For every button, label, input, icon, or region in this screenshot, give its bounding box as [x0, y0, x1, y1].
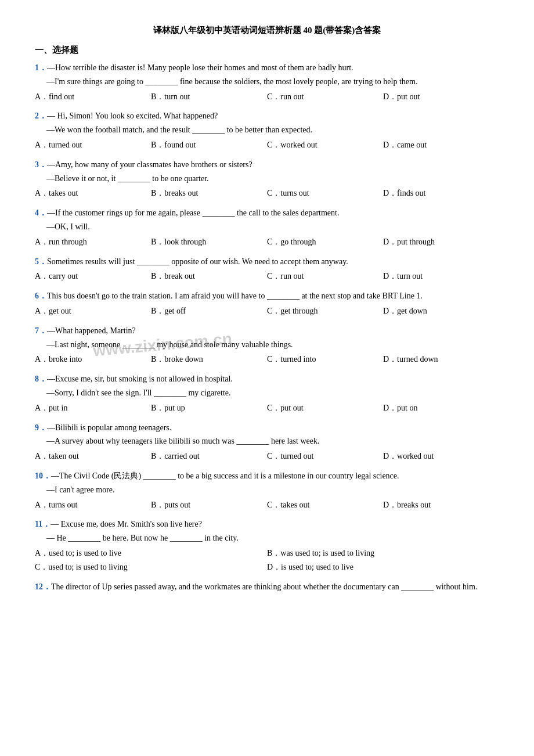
- option[interactable]: D．put out: [383, 90, 499, 104]
- option[interactable]: B．broke down: [151, 352, 267, 366]
- option[interactable]: D．turned down: [383, 352, 499, 366]
- question-block: 10．—The Civil Code (民法典) ________ to be …: [35, 469, 499, 512]
- option[interactable]: B．found out: [151, 138, 267, 152]
- question-number: 3．: [35, 160, 47, 169]
- option[interactable]: B．carried out: [151, 449, 267, 463]
- question-text: —Sorry, I didn't see the sign. I'll ____…: [46, 388, 231, 397]
- option[interactable]: A．taken out: [35, 449, 151, 463]
- option[interactable]: B．look through: [151, 235, 267, 249]
- question-number: 1．: [35, 63, 47, 72]
- question-text: —Last night, someone ________ my house a…: [46, 340, 293, 349]
- options-row: A．put inB．put upC．put outD．put on: [35, 401, 499, 415]
- question-number: 8．: [35, 375, 47, 383]
- option[interactable]: C．run out: [267, 269, 383, 283]
- question-number: 9．: [35, 423, 47, 432]
- option[interactable]: B．was used to; is used to living: [267, 546, 499, 560]
- option[interactable]: B．put up: [151, 401, 267, 415]
- option[interactable]: C．turned out: [267, 449, 383, 463]
- option[interactable]: A．turns out: [35, 498, 151, 512]
- question-text: The director of Up series passed away, a…: [51, 582, 477, 591]
- options-row: A．used to; is used to liveB．was used to;…: [35, 546, 499, 574]
- question-block: 2．— Hi, Simon! You look so excited. What…: [35, 109, 499, 152]
- option[interactable]: D．put on: [383, 401, 499, 415]
- question-text: — He ________ be here. But now he ______…: [46, 534, 239, 542]
- question-text: This bus doesn't go to the train station…: [47, 291, 423, 300]
- option[interactable]: C．put out: [267, 401, 383, 415]
- question-block: 12．The director of Up series passed away…: [35, 580, 499, 594]
- option[interactable]: D．turn out: [383, 269, 499, 283]
- options-row: A．run throughB．look throughC．go throughD…: [35, 235, 499, 249]
- question-block: 11．— Excuse me, does Mr. Smith's son liv…: [35, 517, 499, 574]
- option[interactable]: C．takes out: [267, 498, 383, 512]
- question-text: — Excuse me, does Mr. Smith's son live h…: [50, 520, 202, 528]
- option[interactable]: B．break out: [151, 269, 267, 283]
- option[interactable]: D．get down: [383, 304, 499, 318]
- question-line: 8．—Excuse me, sir, but smoking is not al…: [35, 372, 499, 386]
- option[interactable]: B．puts out: [151, 498, 267, 512]
- question-line: —Sorry, I didn't see the sign. I'll ____…: [46, 386, 499, 400]
- question-line: —Last night, someone ________ my house a…: [46, 338, 499, 352]
- option[interactable]: C．turned into: [267, 352, 383, 366]
- option[interactable]: A．takes out: [35, 186, 151, 200]
- options-row: A．find outB．turn outC．run outD．put out: [35, 90, 499, 104]
- question-block: 5．Sometimes results will just ________ o…: [35, 255, 499, 284]
- question-number: 7．: [35, 326, 47, 335]
- option[interactable]: D．came out: [383, 138, 499, 152]
- options-row: A．broke intoB．broke downC．turned intoD．t…: [35, 352, 499, 366]
- question-block: 3．—Amy, how many of your classmates have…: [35, 158, 499, 200]
- options-row: A．get outB．get offC．get throughD．get dow…: [35, 304, 499, 318]
- option[interactable]: A．find out: [35, 90, 151, 104]
- question-number: 2．: [35, 111, 47, 120]
- question-text: —Amy, how many of your classmates have b…: [47, 160, 252, 169]
- question-text: —A survey about why teenagers like bilib…: [46, 437, 319, 445]
- question-number: 6．: [35, 291, 47, 300]
- option[interactable]: A．broke into: [35, 352, 151, 366]
- options-row: A．taken outB．carried outC．turned outD．wo…: [35, 449, 499, 463]
- option[interactable]: B．breaks out: [151, 186, 267, 200]
- option[interactable]: A．carry out: [35, 269, 151, 283]
- option[interactable]: A．get out: [35, 304, 151, 318]
- question-line: 2．— Hi, Simon! You look so excited. What…: [35, 109, 499, 123]
- question-text: —How terrible the disaster is! Many peop…: [47, 63, 353, 72]
- option[interactable]: C．used to; is used to living: [35, 560, 267, 574]
- question-line: 5．Sometimes results will just ________ o…: [35, 255, 499, 269]
- question-line: —OK, I will.: [46, 220, 499, 234]
- question-line: 4．—If the customer rings up for me again…: [35, 206, 499, 220]
- question-line: —We won the football match, and the resu…: [46, 123, 499, 137]
- option[interactable]: A．used to; is used to live: [35, 546, 267, 560]
- option[interactable]: D．is used to; used to live: [267, 560, 499, 574]
- option[interactable]: D．breaks out: [383, 498, 499, 512]
- option[interactable]: C．get through: [267, 304, 383, 318]
- option[interactable]: A．run through: [35, 235, 151, 249]
- question-block: 8．—Excuse me, sir, but smoking is not al…: [35, 372, 499, 415]
- option[interactable]: C．go through: [267, 235, 383, 249]
- option[interactable]: B．turn out: [151, 90, 267, 104]
- option[interactable]: C．turns out: [267, 186, 383, 200]
- question-block: 6．This bus doesn't go to the train stati…: [35, 289, 499, 318]
- question-number: 10．: [35, 471, 51, 480]
- question-text: Sometimes results will just ________ opp…: [47, 257, 348, 266]
- question-line: 10．—The Civil Code (民法典) ________ to be …: [35, 469, 499, 483]
- question-line: — He ________ be here. But now he ______…: [46, 531, 499, 545]
- question-block: 4．—If the customer rings up for me again…: [35, 206, 499, 249]
- option[interactable]: C．worked out: [267, 138, 383, 152]
- question-text: —We won the football match, and the resu…: [46, 125, 312, 134]
- question-text: —Bilibili is popular among teenagers.: [47, 423, 171, 432]
- question-text: —OK, I will.: [46, 222, 90, 231]
- question-line: 12．The director of Up series passed away…: [35, 580, 499, 594]
- question-text: —Believe it or not, it ________ to be on…: [46, 174, 209, 183]
- option[interactable]: B．get off: [151, 304, 267, 318]
- option[interactable]: D．finds out: [383, 186, 499, 200]
- question-text: —What happened, Martin?: [47, 326, 136, 335]
- option[interactable]: D．put through: [383, 235, 499, 249]
- option[interactable]: A．put in: [35, 401, 151, 415]
- options-row: A．turns outB．puts outC．takes outD．breaks…: [35, 498, 499, 512]
- question-line: 3．—Amy, how many of your classmates have…: [35, 158, 499, 172]
- option[interactable]: A．turned out: [35, 138, 151, 152]
- question-line: —A survey about why teenagers like bilib…: [46, 434, 499, 448]
- options-row: A．carry outB．break outC．run outD．turn ou…: [35, 269, 499, 283]
- option[interactable]: C．run out: [267, 90, 383, 104]
- question-text: —If the customer rings up for me again, …: [47, 208, 339, 217]
- option[interactable]: D．worked out: [383, 449, 499, 463]
- question-text: —I'm sure things are going to ________ f…: [46, 77, 417, 86]
